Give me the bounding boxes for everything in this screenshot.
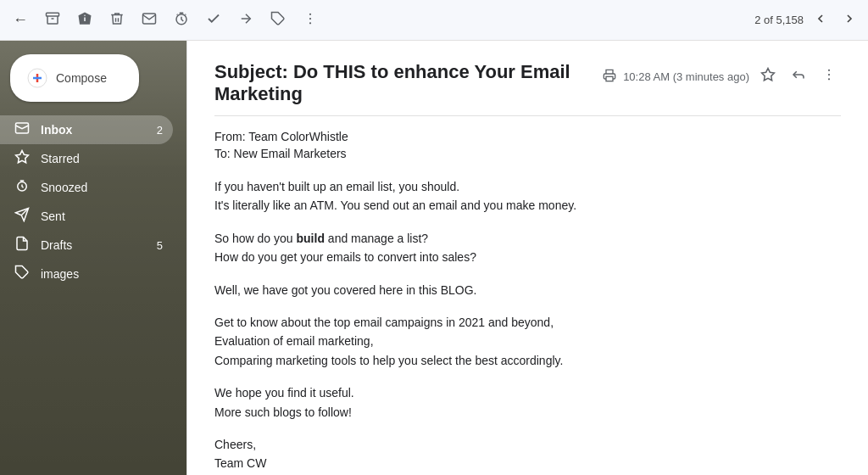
sidebar-item-drafts[interactable]: Drafts 5: [0, 231, 173, 260]
email-to-row: To: New Email Marketers: [214, 147, 841, 160]
inbox-badge: 2: [146, 124, 163, 137]
email-time: 10:28 AM (3 minutes ago): [623, 70, 749, 83]
next-icon: [843, 12, 856, 28]
snooze-button[interactable]: [168, 7, 195, 34]
sidebar-item-sent[interactable]: Sent: [0, 202, 173, 231]
email-divider: [214, 115, 841, 116]
snoozed-icon: [14, 178, 31, 197]
snoozed-label: Snoozed: [41, 181, 163, 194]
svg-point-5: [309, 17, 311, 19]
sidebar: Compose Inbox 2 Starred Snooz: [0, 41, 186, 475]
drafts-icon: [14, 236, 31, 254]
pager-text: 2 of 5,158: [754, 14, 804, 26]
mark-unread-icon: [142, 11, 157, 30]
email-subject: Subject: Do THIS to enhance Your Email M…: [214, 61, 589, 105]
archive-button[interactable]: [39, 7, 66, 34]
toolbar-right: 2 of 5,158: [754, 8, 861, 32]
compose-button[interactable]: Compose: [10, 54, 139, 102]
svg-point-4: [309, 13, 311, 14]
sidebar-content: Compose Inbox 2 Starred Snooz: [0, 41, 186, 288]
label-button[interactable]: [264, 7, 292, 34]
main-area: Compose Inbox 2 Starred Snooz: [0, 41, 868, 475]
svg-marker-11: [16, 151, 29, 163]
from-label: From:: [214, 130, 248, 143]
body-paragraph-4: Get to know about the top email campaign…: [214, 313, 841, 370]
done-icon: [206, 11, 221, 30]
inbox-label: Inbox: [41, 123, 136, 137]
svg-rect-0: [47, 13, 59, 16]
back-icon: ←: [13, 11, 28, 29]
from-value: Team ColorWhistle: [248, 130, 348, 143]
svg-marker-17: [762, 69, 775, 81]
drafts-label: Drafts: [41, 238, 136, 252]
email-more-button[interactable]: [817, 64, 841, 88]
sent-label: Sent: [41, 210, 163, 223]
sidebar-item-starred[interactable]: Starred: [0, 144, 173, 173]
inbox-icon: [14, 120, 31, 139]
back-button[interactable]: ←: [7, 7, 34, 34]
star-button[interactable]: [756, 64, 780, 88]
toolbar-left: ←: [7, 7, 751, 34]
email-body: If you haven't built up an email list, y…: [214, 177, 841, 473]
email-subject-row: Subject: Do THIS to enhance Your Email M…: [214, 61, 841, 105]
email-print-icon: [603, 69, 616, 85]
more-options-icon: [303, 11, 318, 30]
body-paragraph-3: Well, we have got you covered here in th…: [214, 281, 841, 299]
sent-icon: [14, 207, 31, 226]
body-paragraph-2: So how do you build and manage a list?Ho…: [214, 229, 841, 267]
label-icon: [270, 11, 286, 30]
starred-label: Starred: [41, 152, 163, 165]
archive-icon: [45, 11, 60, 30]
email-meta-right: 10:28 AM (3 minutes ago): [603, 64, 841, 88]
more-options-button[interactable]: [297, 7, 324, 34]
images-label: images: [41, 267, 163, 281]
body-paragraph-6: Cheers,Team CW: [214, 435, 841, 473]
prev-email-button[interactable]: [809, 8, 832, 32]
mark-unread-button[interactable]: [136, 7, 163, 34]
top-toolbar: ←: [0, 0, 868, 41]
reply-button[interactable]: [787, 64, 810, 88]
compose-plus-icon: [27, 68, 47, 88]
snooze-icon: [174, 11, 189, 30]
compose-label: Compose: [56, 71, 107, 85]
delete-button[interactable]: [103, 7, 131, 34]
email-more-icon: [821, 67, 837, 86]
move-button[interactable]: [232, 7, 259, 34]
done-button[interactable]: [200, 7, 227, 34]
report-button[interactable]: [71, 7, 98, 34]
delete-icon: [109, 11, 125, 30]
svg-point-18: [828, 70, 830, 71]
move-icon: [238, 11, 253, 30]
images-icon: [14, 265, 31, 283]
svg-rect-16: [606, 76, 613, 81]
next-email-button[interactable]: [837, 8, 861, 32]
star-icon: [760, 67, 776, 86]
body-paragraph-1: If you haven't built up an email list, y…: [214, 177, 841, 215]
svg-point-6: [309, 22, 311, 24]
prev-icon: [814, 12, 827, 28]
svg-point-20: [828, 78, 830, 80]
email-view: Subject: Do THIS to enhance Your Email M…: [186, 41, 868, 475]
email-from-row: From: Team ColorWhistle: [214, 130, 841, 143]
sidebar-item-inbox[interactable]: Inbox 2: [0, 115, 173, 144]
to-label: To:: [214, 147, 234, 160]
starred-icon: [14, 149, 31, 168]
sidebar-item-snoozed[interactable]: Snoozed: [0, 173, 173, 202]
body-paragraph-5: We hope you find it useful.More such blo…: [214, 383, 841, 422]
drafts-badge: 5: [146, 239, 163, 252]
svg-point-19: [828, 74, 830, 75]
reply-icon: [791, 67, 806, 86]
sidebar-item-images[interactable]: images: [0, 260, 173, 288]
to-value: New Email Marketers: [234, 147, 347, 160]
report-icon: [77, 11, 92, 30]
